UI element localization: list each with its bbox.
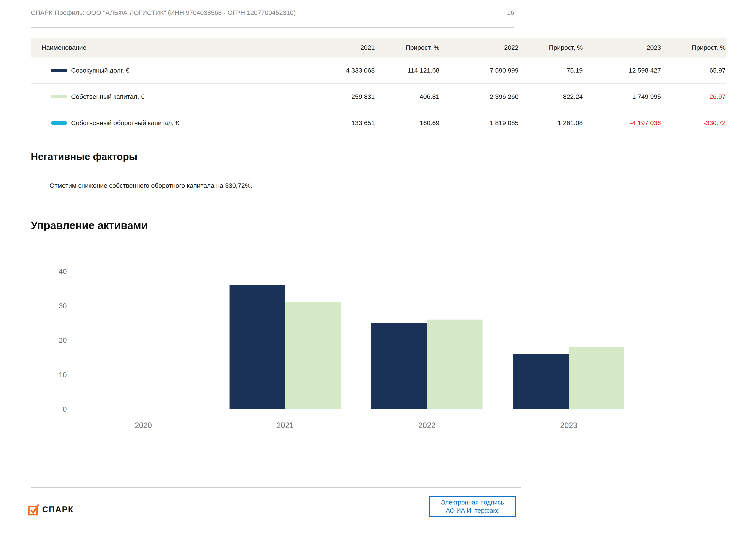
spark-logo-text: СПАРК — [42, 505, 74, 514]
negative-factors-heading: Негативные факторы — [31, 151, 137, 162]
y-tick-label: 20 — [0, 337, 67, 344]
column-header: Прирост, % — [376, 44, 440, 51]
value-cell: 133 651 — [311, 119, 376, 127]
bar-group-2021 — [214, 254, 356, 409]
footer-divider — [31, 487, 521, 488]
row-label: Совокупный долг, € — [71, 67, 129, 74]
asset-management-heading: Управление активами — [31, 219, 148, 232]
chart-plot-area — [72, 254, 640, 409]
column-header: Прирост, % — [662, 44, 726, 51]
value-cell: 259 831 — [311, 93, 376, 100]
row-name-cell: Собственный капитал, € — [31, 93, 311, 100]
x-tick-label: 2023 — [498, 421, 640, 430]
y-tick-label: 0 — [0, 405, 67, 413]
chart-y-axis: 010203040 — [0, 254, 67, 409]
legend-swatch — [51, 69, 67, 72]
bullet-dash: — — [33, 182, 50, 189]
y-tick-label: 40 — [0, 267, 67, 275]
report-page: СПАРК-Профиль: ООО "АЛЬФА-ЛОГИСТИК" (ИНН… — [0, 0, 756, 534]
bar-light-green-bars-2023 — [569, 347, 624, 409]
value-cell: 1 819 085 — [440, 119, 519, 127]
negative-factor-text: Отметим снижение собственного оборотного… — [50, 182, 252, 189]
table-header-row: Наименование2021Прирост, %2022Прирост, %… — [31, 38, 726, 58]
page-header: СПАРК-Профиль: ООО "АЛЬФА-ЛОГИСТИК" (ИНН… — [31, 9, 514, 16]
row-label: Собственный оборотный капитал, € — [71, 119, 179, 127]
x-tick-label: 2022 — [356, 421, 498, 430]
report-title: СПАРК-Профиль: ООО "АЛЬФА-ЛОГИСТИК" (ИНН… — [31, 9, 296, 16]
table-row: Собственный капитал, €259 831406.812 396… — [31, 84, 726, 110]
signature-line-2: АО ИА Интерфакс — [446, 506, 499, 515]
value-cell: -26.97 — [662, 93, 726, 100]
value-cell: 114 121.68 — [376, 67, 440, 74]
column-header: Прирост, % — [519, 44, 583, 51]
financial-table: Наименование2021Прирост, %2022Прирост, %… — [31, 38, 726, 136]
table-row: Собственный оборотный капитал, €133 6511… — [31, 110, 726, 136]
value-cell: -330.72 — [662, 119, 726, 127]
asset-management-chart: 010203040 2020202120222023 — [0, 254, 657, 444]
negative-factor-item: — Отметим снижение собственного оборотно… — [33, 182, 252, 189]
column-header: 2023 — [583, 44, 662, 51]
column-header: 2021 — [311, 44, 376, 51]
signature-line-1: Электронная подпись — [441, 498, 504, 506]
chart-x-axis: 2020202120222023 — [72, 421, 640, 430]
x-tick-label: 2020 — [72, 421, 214, 430]
value-cell: 160.69 — [376, 119, 440, 127]
page-number: 16 — [507, 9, 514, 16]
table-body: Совокупный долг, €4 333 068114 121.687 5… — [31, 58, 726, 136]
value-cell: 1 261.08 — [519, 119, 583, 127]
spark-logo: СПАРК — [28, 503, 74, 516]
header-divider — [31, 27, 514, 28]
row-name-cell: Совокупный долг, € — [31, 67, 311, 74]
value-cell: -4 197 036 — [583, 119, 662, 127]
table-row: Совокупный долг, €4 333 068114 121.687 5… — [31, 58, 726, 84]
value-cell: 12 598 427 — [583, 67, 662, 74]
bar-group-2022 — [356, 254, 498, 409]
value-cell: 7 590 999 — [440, 67, 519, 74]
legend-swatch — [51, 95, 67, 98]
x-tick-label: 2021 — [214, 421, 356, 430]
column-header: 2022 — [440, 44, 519, 51]
column-header-name: Наименование — [31, 44, 311, 51]
bar-group-2020 — [72, 254, 214, 409]
bar-dark-navy-bars-2021 — [230, 285, 285, 409]
bar-light-green-bars-2022 — [427, 319, 482, 409]
bar-light-green-bars-2021 — [285, 302, 341, 409]
value-cell: 65.97 — [662, 67, 726, 74]
digital-signature-stamp[interactable]: Электронная подпись АО ИА Интерфакс — [429, 496, 516, 517]
row-name-cell: Собственный оборотный капитал, € — [31, 119, 311, 127]
y-tick-label: 30 — [0, 302, 67, 309]
y-tick-label: 10 — [0, 371, 67, 378]
bar-dark-navy-bars-2022 — [371, 323, 427, 409]
value-cell: 2 396 260 — [440, 93, 519, 100]
spark-checkbox-icon — [28, 503, 39, 516]
value-cell: 4 333 068 — [311, 67, 376, 74]
bar-dark-navy-bars-2023 — [513, 354, 569, 409]
row-label: Собственный капитал, € — [71, 93, 145, 100]
value-cell: 1 749 995 — [583, 93, 662, 100]
value-cell: 822.24 — [519, 93, 583, 100]
bar-group-2023 — [498, 254, 640, 409]
legend-swatch — [51, 121, 67, 125]
value-cell: 406.81 — [376, 93, 440, 100]
value-cell: 75.19 — [519, 67, 583, 74]
